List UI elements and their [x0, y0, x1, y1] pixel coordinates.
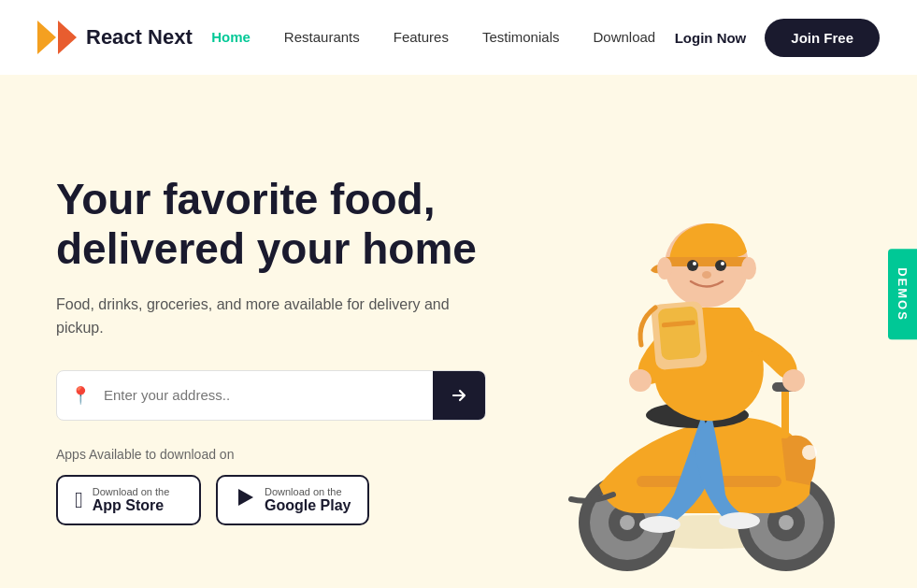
svg-marker-2 — [238, 489, 253, 506]
nav-item-home[interactable]: Home — [211, 29, 251, 46]
svg-rect-22 — [663, 257, 749, 266]
logo-icon — [37, 21, 77, 54]
svg-point-20 — [629, 369, 652, 392]
svg-rect-31 — [657, 306, 701, 360]
navbar: React Next Home Restaurants Features Tes… — [0, 0, 917, 75]
google-play-button[interactable]: Download on the Google Play — [216, 475, 369, 525]
hero-content: Your favorite food, delivered your home … — [56, 175, 486, 525]
search-bar: 📍 — [56, 370, 486, 421]
join-button[interactable]: Join Free — [765, 19, 880, 57]
nav-link-testimonials[interactable]: Testimonials — [482, 29, 560, 45]
svg-point-26 — [721, 262, 724, 265]
svg-point-17 — [639, 516, 681, 533]
play-icon — [235, 487, 255, 513]
svg-point-29 — [741, 257, 756, 280]
login-button[interactable]: Login Now — [675, 30, 747, 46]
google-play-icon — [235, 487, 255, 508]
nav-item-download[interactable]: Download — [593, 29, 655, 46]
nav-link-download[interactable]: Download — [593, 29, 655, 45]
svg-point-19 — [782, 369, 805, 392]
hero-illustration — [450, 121, 898, 588]
apps-available-label: Apps Available to download on — [56, 447, 486, 462]
brand-name: React Next — [86, 25, 193, 50]
nav-item-features[interactable]: Features — [394, 29, 449, 46]
apple-icon:  — [75, 487, 83, 513]
nav-item-testimonials[interactable]: Testimonials — [482, 29, 560, 46]
nav-links: Home Restaurants Features Testimonials D… — [211, 29, 655, 46]
app-store-text: Download on the App Store — [93, 486, 170, 514]
google-play-large: Google Play — [265, 497, 351, 514]
app-store-button[interactable]:  Download on the App Store — [56, 475, 201, 525]
svg-point-25 — [693, 262, 696, 265]
hero-section: Your favorite food, delivered your home … — [0, 75, 917, 588]
svg-point-15 — [802, 445, 817, 460]
svg-marker-0 — [37, 21, 56, 54]
nav-item-restaurants[interactable]: Restaurants — [284, 29, 360, 46]
address-input[interactable] — [104, 371, 433, 420]
app-store-large: App Store — [93, 497, 170, 514]
app-buttons:  Download on the App Store Download on … — [56, 475, 486, 525]
nav-link-features[interactable]: Features — [394, 29, 449, 45]
delivery-svg — [450, 121, 898, 588]
hero-subtitle: Food, drinks, groceries, and more availa… — [56, 293, 486, 340]
google-play-small: Download on the — [265, 486, 351, 497]
svg-point-11 — [779, 515, 794, 530]
svg-marker-1 — [58, 21, 77, 54]
svg-point-24 — [715, 260, 726, 271]
logo[interactable]: React Next — [37, 21, 193, 54]
location-icon: 📍 — [57, 385, 104, 406]
hero-title: Your favorite food, delivered your home — [56, 175, 486, 274]
demo-sidebar[interactable]: DEMOS — [888, 249, 917, 340]
app-store-small: Download on the — [93, 486, 170, 497]
svg-point-7 — [620, 515, 635, 530]
svg-point-23 — [687, 260, 698, 271]
nav-link-home[interactable]: Home — [211, 29, 251, 45]
search-button[interactable] — [433, 371, 485, 420]
svg-point-28 — [657, 257, 672, 280]
nav-link-restaurants[interactable]: Restaurants — [284, 29, 360, 45]
arrow-right-icon — [451, 387, 467, 404]
svg-point-27 — [702, 271, 711, 279]
svg-point-18 — [719, 512, 760, 529]
google-play-text: Download on the Google Play — [265, 486, 351, 514]
nav-right: Login Now Join Free — [675, 19, 880, 57]
